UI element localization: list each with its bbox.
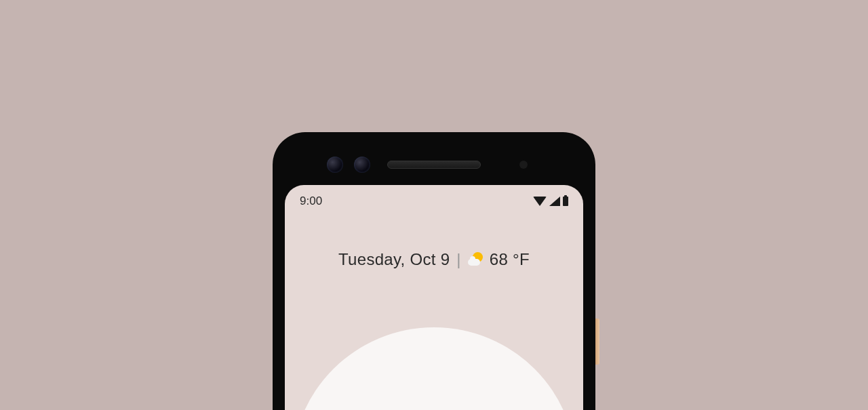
- proximity-sensor: [519, 161, 528, 169]
- status-bar[interactable]: 9:00: [285, 185, 583, 212]
- phone-screen[interactable]: 9:00 Tuesday, Oct 9 | 68 °F: [285, 185, 583, 410]
- cellular-signal-icon: [549, 197, 560, 206]
- date-label: Tuesday, Oct 9: [338, 250, 450, 269]
- status-icons: [533, 197, 568, 206]
- widget-divider: |: [456, 250, 461, 269]
- temperature-label: 68 °F: [490, 250, 530, 269]
- battery-icon: [563, 197, 568, 206]
- wallpaper-decoration: [292, 327, 576, 410]
- power-button[interactable]: [595, 319, 599, 365]
- phone-top-bezel: [285, 144, 583, 185]
- phone-device: 9:00 Tuesday, Oct 9 | 68 °F: [273, 132, 595, 410]
- wifi-icon: [533, 197, 547, 206]
- front-camera-right: [354, 157, 370, 173]
- status-time: 9:00: [300, 194, 322, 208]
- phone-frame: 9:00 Tuesday, Oct 9 | 68 °F: [273, 132, 595, 410]
- front-camera-left: [327, 157, 343, 173]
- partly-cloudy-icon: [468, 252, 483, 267]
- at-a-glance-widget[interactable]: Tuesday, Oct 9 | 68 °F: [285, 250, 583, 269]
- earpiece-speaker: [387, 161, 481, 169]
